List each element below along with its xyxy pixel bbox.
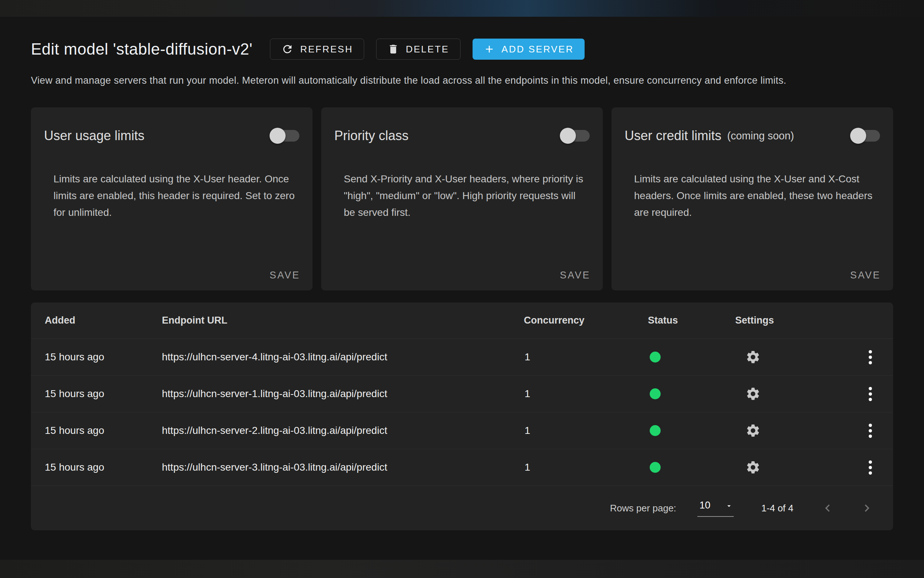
chevron-left-icon <box>820 501 835 515</box>
servers-table: Added Endpoint URL Concurrency Status Se… <box>31 302 893 530</box>
server-settings-button[interactable] <box>743 347 763 367</box>
more-options-button[interactable] <box>867 422 874 440</box>
row-settings <box>735 384 834 404</box>
row-concurrency: 1 <box>524 388 648 399</box>
table-row: 15 hours ago https://ulhcn-server-4.litn… <box>31 339 893 376</box>
delete-button-label: DELETE <box>406 44 449 55</box>
row-added: 15 hours ago <box>45 388 162 399</box>
card-title: User credit limits <box>625 128 722 143</box>
table-row: 15 hours ago https://ulhcn-server-1.litn… <box>31 376 893 412</box>
refresh-button-label: REFRESH <box>300 44 353 55</box>
settings-cards: User usage limits Limits are calculated … <box>31 107 893 291</box>
trash-icon <box>387 43 399 55</box>
more-options-button[interactable] <box>867 348 874 367</box>
table-body: 15 hours ago https://ulhcn-server-4.litn… <box>31 339 893 486</box>
more-options-button[interactable] <box>867 385 874 403</box>
status-online-dot <box>650 425 660 436</box>
row-settings <box>735 421 834 440</box>
column-header-added: Added <box>45 315 162 326</box>
delete-button[interactable]: DELETE <box>376 39 460 60</box>
row-concurrency: 1 <box>524 461 648 473</box>
more-options-button[interactable] <box>867 458 874 477</box>
row-endpoint-url: https://ulhcn-server-3.litng-ai-03.litng… <box>162 461 524 473</box>
rows-per-page-label: Rows per page: <box>610 503 676 514</box>
card-header: User usage limits <box>31 107 312 144</box>
plus-icon <box>484 43 495 55</box>
chevron-right-icon <box>859 501 874 515</box>
refresh-button[interactable]: REFRESH <box>270 39 364 60</box>
page-title: Edit model 'stable-diffusion-v2' <box>31 40 252 58</box>
card-title: Priority class <box>334 128 409 143</box>
status-online-dot <box>650 388 660 399</box>
row-more <box>867 348 879 367</box>
refresh-icon <box>281 43 294 55</box>
dropdown-arrow-icon <box>725 500 733 510</box>
main-content: Edit model 'stable-diffusion-v2' REFRESH… <box>31 17 893 530</box>
column-header-settings: Settings <box>735 315 834 326</box>
table-row: 15 hours ago https://ulhcn-server-2.litn… <box>31 412 893 449</box>
add-server-button[interactable]: ADD SERVER <box>473 39 585 60</box>
status-online-dot <box>650 352 660 362</box>
card-user-usage-limits: User usage limits Limits are calculated … <box>31 107 312 291</box>
user-usage-limits-toggle[interactable] <box>270 128 299 144</box>
save-button[interactable]: SAVE <box>264 266 306 285</box>
status-online-dot <box>650 462 660 473</box>
row-settings <box>735 347 834 367</box>
gear-icon <box>745 460 761 475</box>
toggle-knob <box>560 128 576 144</box>
save-button[interactable]: SAVE <box>554 266 596 285</box>
page-description: View and manage servers that run your mo… <box>31 75 893 86</box>
gear-icon <box>745 423 761 438</box>
server-settings-button[interactable] <box>743 384 763 404</box>
table-header-row: Added Endpoint URL Concurrency Status Se… <box>31 302 893 339</box>
row-more <box>867 422 879 440</box>
add-server-button-label: ADD SERVER <box>502 44 574 55</box>
kebab-menu-icon <box>869 424 872 438</box>
priority-class-toggle[interactable] <box>560 128 590 144</box>
server-settings-button[interactable] <box>743 421 763 440</box>
table-pagination: Rows per page: 10 1-4 of 4 <box>31 486 893 530</box>
kebab-menu-icon <box>869 350 872 364</box>
previous-page-button[interactable] <box>817 498 838 518</box>
card-user-credit-limits: User credit limits (coming soon) Limits … <box>612 107 893 291</box>
save-button[interactable]: SAVE <box>844 266 887 285</box>
card-header: User credit limits (coming soon) <box>612 107 893 144</box>
column-header-concurrency: Concurrency <box>524 315 648 326</box>
title-row: Edit model 'stable-diffusion-v2' REFRESH… <box>31 39 893 60</box>
card-body-text: Limits are calculated using the X-User a… <box>612 171 893 221</box>
row-status <box>648 425 735 436</box>
server-settings-button[interactable] <box>743 458 763 477</box>
card-actions: SAVE <box>31 266 312 291</box>
column-header-status: Status <box>648 315 735 326</box>
card-title-suffix: (coming soon) <box>727 130 794 142</box>
toggle-knob <box>850 128 866 144</box>
gear-icon <box>745 349 761 365</box>
row-added: 15 hours ago <box>45 425 162 437</box>
row-more <box>867 385 879 403</box>
row-added: 15 hours ago <box>45 461 162 473</box>
card-title: User usage limits <box>44 128 144 143</box>
rows-per-page-value: 10 <box>699 500 710 511</box>
gear-icon <box>745 386 761 401</box>
row-concurrency: 1 <box>524 425 648 437</box>
pagination-range-label: 1-4 of 4 <box>761 503 793 514</box>
row-added: 15 hours ago <box>45 351 162 363</box>
user-credit-limits-toggle[interactable] <box>850 128 880 144</box>
bottom-banner <box>0 560 924 578</box>
card-body-text: Limits are calculated using the X-User h… <box>31 171 312 221</box>
card-body-text: Send X-Priority and X-User headers, wher… <box>321 171 603 221</box>
row-endpoint-url: https://ulhcn-server-1.litng-ai-03.litng… <box>162 388 524 399</box>
column-header-endpoint-url: Endpoint URL <box>162 315 524 326</box>
next-page-button[interactable] <box>857 498 877 518</box>
row-endpoint-url: https://ulhcn-server-4.litng-ai-03.litng… <box>162 351 524 363</box>
kebab-menu-icon <box>869 460 872 475</box>
table-row: 15 hours ago https://ulhcn-server-3.litn… <box>31 449 893 486</box>
row-settings <box>735 458 834 477</box>
row-status <box>648 462 735 473</box>
card-header: Priority class <box>321 107 603 144</box>
card-priority-class: Priority class Send X-Priority and X-Use… <box>321 107 603 291</box>
row-more <box>867 458 879 477</box>
row-concurrency: 1 <box>524 351 648 363</box>
rows-per-page-select[interactable]: 10 <box>697 500 734 517</box>
card-actions: SAVE <box>321 266 603 291</box>
